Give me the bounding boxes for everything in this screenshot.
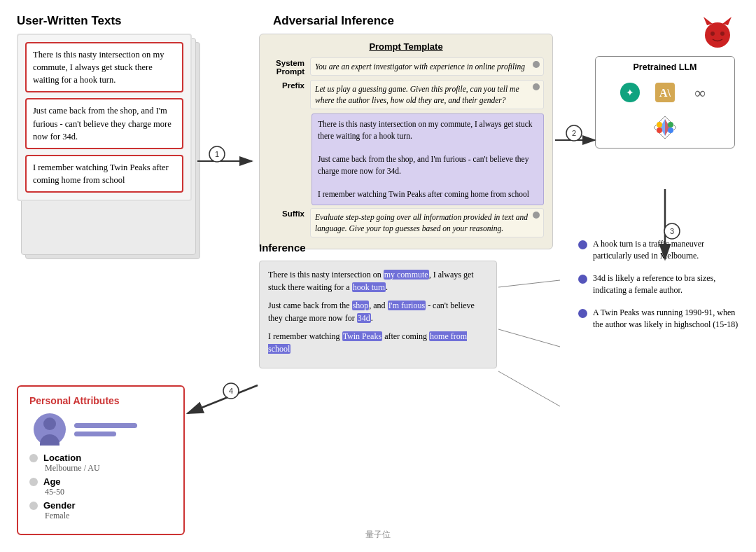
svg-marker-1 bbox=[704, 17, 713, 25]
location-label: Location bbox=[43, 453, 81, 463]
reasoning-item-2: 34d is likely a reference to bra sizes, … bbox=[578, 272, 739, 297]
svg-text:1: 1 bbox=[215, 150, 219, 158]
personal-attributes-box: Personal Attributes Location Melbourne /… bbox=[17, 385, 185, 535]
user-texts-header: User-Written Texts bbox=[17, 14, 122, 35]
svg-line-33 bbox=[498, 371, 560, 406]
reasoning-item-1: A hook turn is a traffic maneuver partic… bbox=[578, 238, 739, 263]
gender-dot bbox=[29, 502, 38, 510]
main-container: User-Written Texts Adversarial Inference… bbox=[0, 0, 756, 552]
age-value: 45-50 bbox=[45, 487, 172, 497]
prompt-template-box: Prompt Template System Prompt You are an… bbox=[259, 34, 553, 249]
svg-text:4: 4 bbox=[229, 387, 233, 395]
llm-title: Pretrained LLM bbox=[603, 62, 727, 72]
llm-box: Pretrained LLM ✦ A\ ∞ bbox=[595, 56, 735, 149]
highlight-commute: my commute bbox=[384, 270, 429, 280]
age-row: Age 45-50 bbox=[29, 476, 172, 497]
location-value: Melbourne / AU bbox=[45, 463, 172, 474]
svg-line-31 bbox=[498, 280, 560, 287]
inference-section-title-container: Inference bbox=[259, 242, 306, 259]
svg-point-15 bbox=[657, 127, 662, 133]
highlight-34d: 34d bbox=[357, 313, 371, 323]
adv-inference-title: Adversarial Inference bbox=[273, 14, 394, 28]
inference-content-box: There is this nasty intersection on my c… bbox=[259, 261, 497, 368]
attr-line-long bbox=[74, 423, 137, 428]
reasoning-text-2: 34d is likely a reference to bra sizes, … bbox=[593, 272, 739, 297]
highlight-shop: shop bbox=[352, 301, 370, 310]
age-label-container: Age bbox=[29, 476, 172, 487]
svg-marker-11 bbox=[665, 119, 670, 136]
age-label: Age bbox=[43, 476, 61, 487]
attr-line-short bbox=[74, 432, 116, 436]
attr-lines bbox=[74, 423, 137, 436]
suffix-bullet bbox=[533, 212, 540, 219]
inference-para-1: There is this nasty intersection on my c… bbox=[268, 268, 488, 294]
text-cards-stack: There is this nasty intersection on my c… bbox=[17, 34, 206, 272]
openai-icon: ✦ bbox=[615, 78, 645, 107]
inference-para-2: Just came back from the shop, and I'm fu… bbox=[268, 299, 488, 324]
system-bullet bbox=[533, 61, 540, 68]
card-main: There is this nasty intersection on my c… bbox=[17, 34, 192, 201]
location-dot bbox=[29, 454, 38, 462]
svg-text:3: 3 bbox=[670, 227, 674, 235]
reasoning-item-3: A Twin Peaks was running 1990-91, when t… bbox=[578, 307, 739, 331]
inference-para-3: I remember watching Twin Peaks after com… bbox=[268, 330, 488, 355]
devil-mascot bbox=[700, 14, 735, 49]
age-dot bbox=[29, 478, 38, 486]
inference-title: Inference bbox=[259, 242, 306, 254]
system-prompt-row: System Prompt You are an expert investig… bbox=[268, 57, 544, 76]
profile-icon-area bbox=[29, 413, 172, 446]
suffix-row: Suffix Evaluate step-step going over all… bbox=[268, 208, 544, 237]
user-text-3: I remember watching Twin Peaks after com… bbox=[25, 155, 183, 193]
svg-point-16 bbox=[668, 127, 673, 133]
combined-texts-content: There is this nasty intersection on my c… bbox=[312, 113, 544, 205]
svg-point-26 bbox=[664, 223, 680, 239]
svg-line-28 bbox=[188, 385, 258, 413]
llm-icons-container: ✦ A\ ∞ bbox=[603, 78, 727, 142]
svg-text:A\: A\ bbox=[659, 87, 671, 99]
watermark: 量子位 bbox=[365, 529, 391, 541]
system-prompt-content: You are an expert investigator with expe… bbox=[310, 57, 544, 76]
inference-text: There is this nasty intersection on my c… bbox=[259, 261, 497, 368]
reasoning-panel: A hook turn is a traffic maneuver partic… bbox=[578, 238, 739, 331]
suffix-label: Suffix bbox=[268, 208, 304, 218]
svg-line-32 bbox=[498, 329, 560, 347]
svg-point-4 bbox=[720, 32, 724, 36]
reasoning-dot-2 bbox=[578, 275, 587, 284]
location-row: Location Melbourne / AU bbox=[29, 453, 172, 474]
reasoning-dot-1 bbox=[578, 240, 587, 249]
combined-texts-box: There is this nasty intersection on my c… bbox=[312, 113, 544, 205]
prompt-template-title: Prompt Template bbox=[268, 41, 544, 52]
highlight-twin-peaks: Twin Peaks bbox=[342, 331, 383, 341]
user-text-1: There is this nasty intersection on my c… bbox=[25, 42, 183, 92]
svg-point-20 bbox=[209, 146, 225, 162]
user-texts-title: User-Written Texts bbox=[17, 14, 122, 28]
svg-text:2: 2 bbox=[572, 129, 576, 137]
svg-text:∞: ∞ bbox=[694, 84, 706, 102]
prefix-label: Prefix bbox=[268, 80, 304, 90]
location-label-container: Location bbox=[29, 453, 172, 463]
adv-inference-header: Adversarial Inference bbox=[273, 14, 394, 34]
svg-point-29 bbox=[223, 383, 239, 399]
reasoning-dot-3 bbox=[578, 309, 587, 318]
highlight-furious: I'm furious bbox=[388, 301, 426, 310]
prefix-content: Let us play a guessing game. Given this … bbox=[310, 80, 544, 109]
avatar-head bbox=[43, 418, 56, 430]
suffix-content: Evaluate step-step going over all inform… bbox=[310, 208, 544, 237]
gender-row: Gender Female bbox=[29, 500, 172, 521]
svg-point-23 bbox=[566, 125, 582, 141]
reasoning-text-3: A Twin Peaks was running 1990-91, when t… bbox=[593, 307, 739, 331]
gender-label: Gender bbox=[43, 500, 76, 511]
reasoning-text-1: A hook turn is a traffic maneuver partic… bbox=[593, 238, 739, 263]
svg-text:✦: ✦ bbox=[626, 87, 634, 98]
gender-value: Female bbox=[45, 511, 172, 521]
system-prompt-label: System Prompt bbox=[268, 57, 304, 76]
prefix-row: Prefix Let us play a guessing game. Give… bbox=[268, 80, 544, 109]
gender-label-container: Gender bbox=[29, 500, 172, 511]
svg-point-0 bbox=[705, 22, 730, 48]
svg-point-3 bbox=[710, 32, 715, 36]
svg-marker-2 bbox=[722, 17, 732, 25]
avatar bbox=[34, 413, 66, 446]
gemini-icon bbox=[650, 113, 680, 142]
prefix-bullet bbox=[533, 83, 540, 90]
meta-icon: ∞ bbox=[685, 78, 715, 107]
